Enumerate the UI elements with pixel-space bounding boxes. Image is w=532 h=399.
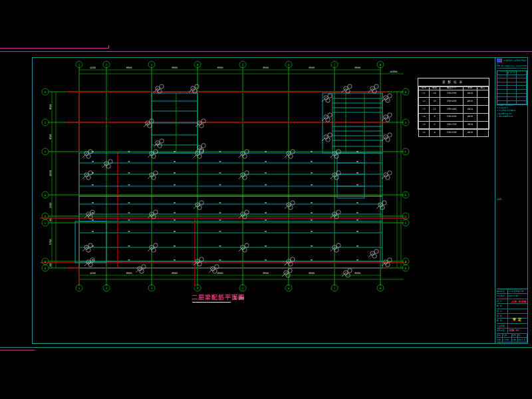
svg-text:E: E — [45, 194, 47, 197]
beam-tag-bubbles — [82, 84, 392, 277]
title-block: ××建筑设计研究院有限公司 甲级 建筑工程设计证书 编号A123456 会 签 … — [495, 57, 528, 343]
svg-text:4: 4 — [197, 287, 199, 290]
schedule-cell — [477, 90, 488, 98]
svg-text:D: D — [45, 215, 47, 218]
schedule-cell: 3Φ14 — [463, 121, 477, 129]
schedule-cell: 4 — [429, 129, 440, 137]
beam-schedule-grid: 编号数量截面尺寸配筋备注 L124250×5004Φ18L218250×4504… — [418, 86, 489, 137]
svg-text:G: G — [405, 121, 407, 124]
notes-label: 说明: — [497, 198, 527, 201]
schedule-cell — [477, 106, 488, 114]
svg-text:45600: 45600 — [390, 70, 398, 73]
svg-text:6900: 6900 — [263, 66, 269, 69]
svg-text:5: 5 — [242, 63, 244, 66]
svg-text:7: 7 — [334, 63, 336, 66]
svg-text:A: A — [45, 267, 47, 270]
svg-text:6900: 6900 — [172, 272, 178, 275]
drawing-title-underline — [192, 302, 231, 303]
signature-row: 制 图 — [497, 304, 527, 309]
svg-text:6900: 6900 — [126, 66, 132, 69]
axis-bubbles: 1122334455667788HHGGFFEEDDCCBBAA — [42, 61, 409, 291]
svg-text:4500: 4500 — [49, 104, 52, 110]
svg-text:G: G — [45, 121, 47, 124]
cad-viewport[interactable]: 4200420069006900690069006900690069006900… — [0, 0, 532, 399]
svg-text:A: A — [405, 267, 407, 270]
svg-text:3: 3 — [151, 63, 153, 66]
axis-grid — [49, 66, 404, 286]
schedule-cell: 200×400 — [440, 106, 463, 114]
schedule-cell: 250×500 — [440, 129, 463, 137]
svg-text:7: 7 — [334, 287, 336, 290]
red-grid-lines — [40, 92, 407, 286]
svg-text:8: 8 — [380, 63, 382, 66]
beam-schedule-title: 梁配筋表 — [418, 78, 489, 86]
svg-text:F: F — [405, 150, 407, 154]
schedule-cell: L6 — [419, 129, 430, 137]
svg-text:E: E — [405, 194, 407, 197]
signature-row: 建设单位×××置业有限公司 — [497, 289, 527, 294]
sheet-info-grid: 图别结施图号08比例1:100日期2023.6 — [497, 333, 527, 342]
schedule-cell: 4Φ18 — [463, 90, 477, 98]
schedule-row: L56200×3503Φ14 — [419, 121, 489, 129]
schedule-cell: L5 — [419, 121, 430, 129]
svg-text:6900: 6900 — [172, 66, 178, 69]
svg-text:3: 3 — [151, 287, 153, 290]
svg-text:4500: 4500 — [49, 134, 52, 140]
schedule-cell: 6 — [429, 121, 440, 129]
signature-row: 校 对 — [497, 309, 527, 314]
svg-text:6900: 6900 — [263, 272, 269, 275]
schedule-cell: 4Φ14 — [463, 106, 477, 114]
schedule-cell — [477, 121, 488, 129]
company-row: ××建筑设计研究院有限公司 — [497, 59, 527, 65]
svg-text:4200: 4200 — [90, 272, 96, 275]
schedule-cell: 12 — [429, 106, 440, 114]
schedule-cell: 250×450 — [440, 98, 463, 106]
svg-text:C: C — [405, 221, 407, 225]
svg-text:H: H — [45, 90, 47, 94]
svg-text:6900: 6900 — [217, 66, 223, 69]
signature-row: 工程名称综合办公楼 — [497, 294, 527, 299]
cert-line: 甲级 建筑工程设计证书 编号A123456 — [497, 65, 527, 68]
svg-text:6: 6 — [288, 63, 290, 66]
svg-text:C: C — [45, 221, 47, 225]
schedule-cell — [477, 129, 488, 137]
schedule-cell: 4Φ20 — [463, 113, 477, 121]
schedule-cell: 200×350 — [440, 121, 463, 129]
drawing-scale: 1:100 — [234, 296, 244, 300]
sign-off-grid: 会 签 栏 — [497, 70, 527, 105]
signature-row: 审 定 — [497, 319, 527, 323]
note-line: 5.保护层厚度25mm — [497, 115, 527, 118]
sheet-info-row: 比例1:100日期2023.6 — [497, 338, 527, 342]
svg-text:6: 6 — [288, 287, 290, 290]
svg-text:6900: 6900 — [217, 272, 223, 275]
sheet-info-row: 图别结施图号08 — [497, 333, 527, 338]
schedule-cell: L4 — [419, 113, 430, 121]
schedule-cell: 24 — [429, 90, 440, 98]
svg-text:1: 1 — [78, 63, 80, 66]
svg-text:6600: 6600 — [49, 170, 52, 176]
schedule-cell: 250×600 — [440, 113, 463, 121]
beam-schedule-table: 梁配筋表 编号数量截面尺寸配筋备注 L124250×5004Φ18L218250… — [418, 78, 489, 130]
floor-plan-canvas[interactable]: 4200420069006900690069006900690069006900… — [0, 0, 532, 399]
svg-text:D: D — [405, 215, 407, 218]
svg-text:6900: 6900 — [354, 272, 360, 275]
svg-text:6900: 6900 — [354, 66, 360, 69]
schedule-cell: 18 — [429, 98, 440, 106]
schedule-cell: 250×500 — [440, 90, 463, 98]
svg-text:900: 900 — [49, 263, 52, 267]
svg-text:B: B — [405, 260, 407, 263]
svg-text:2: 2 — [106, 287, 108, 290]
schedule-cell: 4Φ16 — [463, 98, 477, 106]
svg-text:3300: 3300 — [49, 203, 52, 209]
schedule-row: L312200×4004Φ14 — [419, 106, 489, 114]
approval-mark: 审 定 — [513, 318, 521, 322]
schedule-cell — [477, 113, 488, 121]
svg-text:5: 5 — [242, 287, 244, 290]
svg-text:8: 8 — [380, 287, 382, 290]
svg-text:4200: 4200 — [90, 66, 96, 69]
svg-text:H: H — [405, 90, 407, 94]
svg-text:F: F — [45, 150, 47, 154]
schedule-cell: L2 — [419, 98, 430, 106]
svg-text:2: 2 — [106, 63, 108, 66]
general-notes: 1.本图尺寸以毫米计2.标高以米计3.未注明梁均居轴线中4.砼强度等级C305.… — [497, 104, 527, 118]
